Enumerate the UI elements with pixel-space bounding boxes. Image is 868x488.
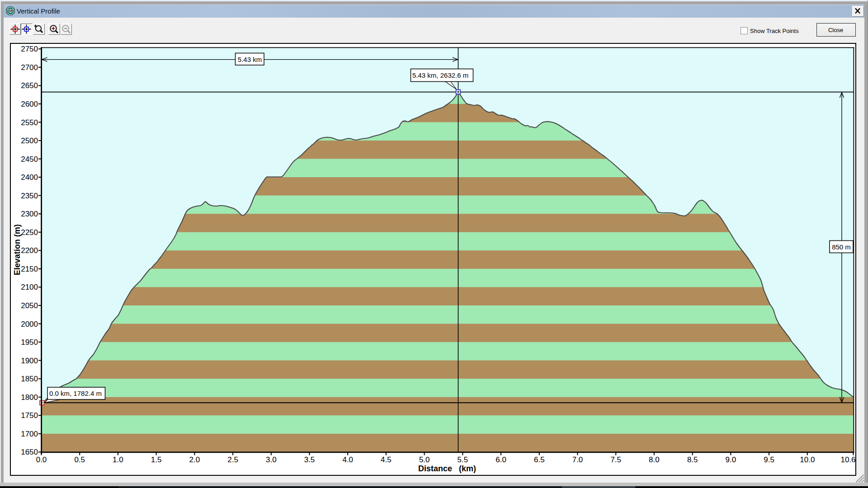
svg-text:2700: 2700 bbox=[21, 63, 38, 72]
svg-text:5.43 km: 5.43 km bbox=[238, 56, 262, 63]
svg-text:1.5: 1.5 bbox=[151, 455, 162, 464]
svg-text:6.5: 6.5 bbox=[534, 455, 545, 464]
svg-text:0.0 km, 1782.4 m: 0.0 km, 1782.4 m bbox=[49, 389, 102, 397]
svg-text:1850: 1850 bbox=[21, 375, 38, 383]
svg-text:Distance (km): Distance (km) bbox=[418, 464, 476, 473]
svg-text:1950: 1950 bbox=[21, 338, 38, 347]
svg-text:9.5: 9.5 bbox=[764, 455, 774, 464]
svg-text:1800: 1800 bbox=[21, 393, 38, 402]
svg-text:1.0: 1.0 bbox=[113, 455, 123, 464]
svg-text:4.0: 4.0 bbox=[342, 455, 353, 464]
svg-text:3.0: 3.0 bbox=[266, 455, 277, 464]
svg-text:5.5: 5.5 bbox=[458, 455, 468, 464]
svg-text:2050: 2050 bbox=[21, 301, 38, 310]
svg-text:2600: 2600 bbox=[21, 100, 38, 108]
svg-text:2150: 2150 bbox=[21, 265, 38, 273]
svg-text:6.0: 6.0 bbox=[495, 455, 506, 464]
svg-text:2450: 2450 bbox=[21, 155, 38, 164]
svg-text:2300: 2300 bbox=[21, 210, 38, 218]
svg-text:7.0: 7.0 bbox=[572, 455, 583, 464]
svg-text:1650: 1650 bbox=[21, 448, 38, 456]
svg-text:2250: 2250 bbox=[21, 228, 38, 237]
svg-text:9.0: 9.0 bbox=[726, 455, 736, 464]
svg-text:1750: 1750 bbox=[21, 411, 38, 420]
svg-text:1700: 1700 bbox=[21, 430, 38, 438]
svg-text:2400: 2400 bbox=[21, 173, 38, 182]
svg-text:0.5: 0.5 bbox=[74, 455, 85, 464]
svg-text:8.0: 8.0 bbox=[649, 455, 660, 464]
svg-text:8.5: 8.5 bbox=[687, 455, 698, 464]
svg-text:2500: 2500 bbox=[21, 136, 38, 145]
svg-text:850 m: 850 m bbox=[832, 243, 851, 251]
svg-text:2000: 2000 bbox=[21, 320, 38, 328]
svg-text:2.0: 2.0 bbox=[189, 455, 200, 464]
svg-text:2.5: 2.5 bbox=[227, 455, 238, 464]
svg-text:Elevation (m): Elevation (m) bbox=[13, 224, 22, 275]
svg-text:4.5: 4.5 bbox=[381, 455, 392, 464]
svg-text:1900: 1900 bbox=[21, 357, 38, 365]
svg-text:7.5: 7.5 bbox=[610, 455, 621, 464]
svg-text:2350: 2350 bbox=[21, 192, 38, 200]
svg-text:10.0: 10.0 bbox=[800, 455, 815, 464]
svg-text:2650: 2650 bbox=[21, 81, 38, 90]
svg-text:2200: 2200 bbox=[21, 246, 38, 255]
svg-text:5.43 km, 2632.6 m: 5.43 km, 2632.6 m bbox=[412, 71, 468, 79]
svg-text:3.5: 3.5 bbox=[304, 455, 315, 464]
svg-text:10.6: 10.6 bbox=[840, 455, 855, 464]
svg-text:2100: 2100 bbox=[21, 283, 38, 291]
svg-text:2550: 2550 bbox=[21, 118, 38, 127]
svg-text:0.0: 0.0 bbox=[36, 455, 47, 464]
svg-text:2750: 2750 bbox=[21, 45, 38, 53]
svg-text:5.0: 5.0 bbox=[419, 455, 430, 464]
